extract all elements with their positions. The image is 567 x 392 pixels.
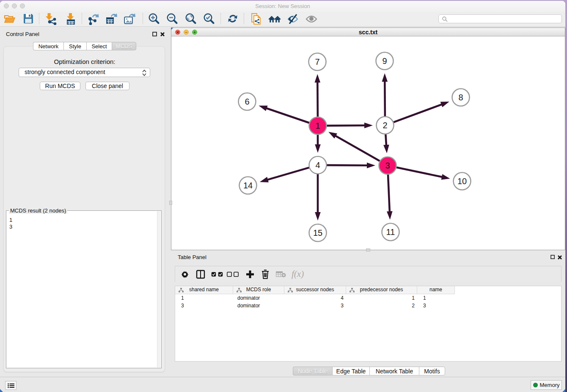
svg-text:8: 8 [458, 93, 463, 102]
svg-text:4: 4 [315, 160, 320, 170]
svg-text:6: 6 [245, 97, 249, 106]
svg-text:15: 15 [313, 228, 322, 237]
svg-text:10: 10 [457, 177, 467, 186]
svg-text:11: 11 [386, 227, 395, 237]
svg-text:14: 14 [243, 181, 253, 190]
svg-text:9: 9 [382, 56, 387, 66]
svg-text:1: 1 [315, 121, 320, 130]
svg-text:7: 7 [315, 57, 319, 66]
svg-text:2: 2 [383, 121, 387, 130]
svg-text:3: 3 [385, 161, 390, 170]
